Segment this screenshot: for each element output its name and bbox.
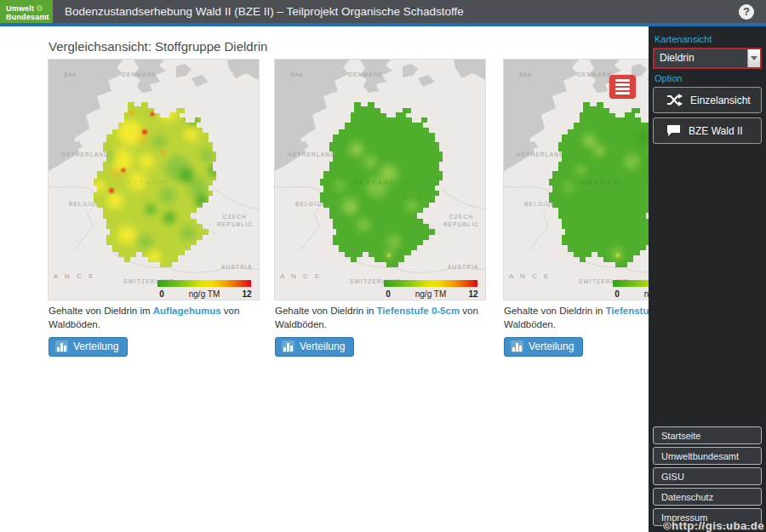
bze-wald-ii-button[interactable]: BZE Wald II — [653, 117, 762, 144]
bar-chart-icon — [55, 340, 68, 352]
basemap-label-germany: GERMANY — [353, 180, 395, 186]
basemap-label-germany: GERMANY — [582, 180, 624, 186]
map-tiefenstufe-0-5[interactable]: GERMANY — [275, 60, 485, 300]
app-title: Bodenzustandserhebung Wald II (BZE II) –… — [65, 0, 464, 23]
link-datenschutz[interactable]: Datenschutz — [653, 488, 762, 506]
verteilung-button-2[interactable]: Verteilung — [275, 337, 354, 357]
basemap-label-germany: GERMANY — [127, 180, 169, 186]
substance-dropdown[interactable]: Dieldrin — [653, 48, 762, 69]
map-caption: Gehalte von Dieldrin im Auflagehumus von… — [49, 304, 259, 331]
globe-icon — [37, 5, 43, 11]
logo-text-line2: Bundesamt — [6, 13, 53, 21]
shuffle-icon — [666, 94, 683, 106]
help-icon[interactable]: ? — [739, 4, 754, 20]
header-bar: Umwelt Bundesamt Bodenzustandserhebung W… — [0, 0, 766, 23]
map-panel-tiefenstufe-0-5: GERMANY Gehalte von Dieldrin in Tiefenst… — [275, 60, 485, 357]
map-caption: Gehalte von Dieldrin in Tiefenstufe 0-5c… — [275, 304, 485, 331]
map-panel-auflagehumus: GERMANY Gehalte von Dieldrin im Auflageh… — [49, 60, 259, 357]
verteilung-button-1[interactable]: Verteilung — [49, 337, 128, 357]
link-startseite[interactable]: Startseite — [653, 426, 762, 444]
caption-link-auflagehumus[interactable]: Auflagehumus — [153, 306, 221, 316]
chevron-down-icon[interactable] — [747, 49, 760, 67]
sidebar: Kartenansicht Dieldrin Option Einzelansi… — [649, 26, 766, 532]
speech-bubble-icon — [666, 124, 681, 137]
link-gisu[interactable]: GISU — [653, 467, 762, 485]
umweltbundesamt-logo[interactable]: Umwelt Bundesamt — [0, 0, 53, 25]
application-window: Umwelt Bundesamt Bodenzustandserhebung W… — [0, 0, 766, 532]
link-umweltbundesamt[interactable]: Umweltbundesamt — [653, 447, 762, 465]
logo-text-line1: Umwelt — [6, 4, 34, 13]
bar-chart-icon — [282, 340, 294, 352]
option-label: Option — [655, 73, 760, 83]
header-accent-line — [0, 23, 766, 26]
verteilung-button-3[interactable]: Verteilung — [504, 337, 583, 357]
kartenansicht-label: Kartenansicht — [655, 34, 760, 44]
hamburger-icon — [615, 79, 630, 82]
gis-uba-watermark: ©http://gis.uba.de — [663, 519, 764, 532]
sidebar-footer-links: Startseite Umweltbundesamt GISU Datensch… — [652, 426, 763, 529]
einzelansicht-button[interactable]: Einzelansicht — [653, 87, 762, 113]
bar-chart-icon — [511, 340, 523, 352]
substance-dropdown-value: Dieldrin — [655, 49, 747, 67]
map-auflagehumus[interactable]: GERMANY — [49, 60, 259, 300]
map-menu-button[interactable] — [609, 75, 636, 99]
caption-link-tiefenstufe-0-5[interactable]: Tiefenstufe 0-5cm — [377, 306, 460, 316]
